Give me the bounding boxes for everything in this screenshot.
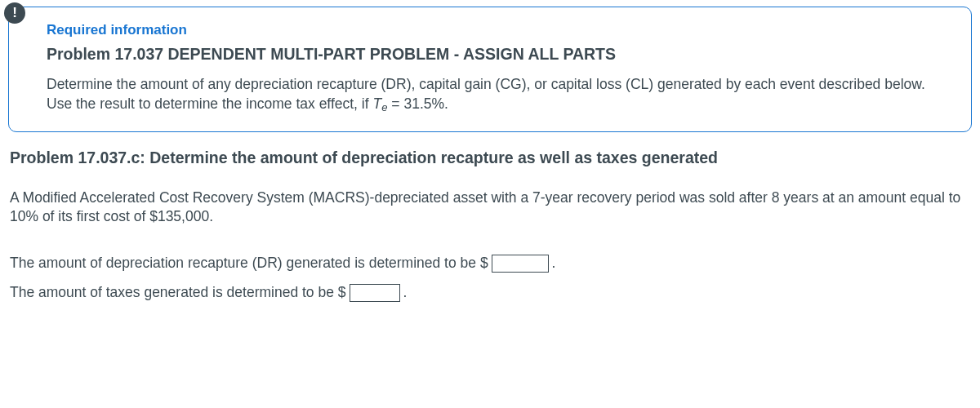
problem-title: Problem 17.037 DEPENDENT MULTI-PART PROB… [47,45,950,64]
alert-icon: ! [4,2,25,24]
problem-desc-pre: Determine the amount of any depreciation… [47,76,925,112]
answer-taxes-post: . [403,284,408,301]
dr-amount-input[interactable] [492,255,549,273]
alert-icon-glyph: ! [12,5,17,21]
subproblem-title: Problem 17.037.c: Determine the amount o… [8,149,972,167]
taxes-amount-input[interactable] [350,284,400,302]
answer-taxes-pre: The amount of taxes generated is determi… [10,284,346,301]
answer-dr-post: . [552,255,556,272]
answer-dr-pre: The amount of depreciation recapture (DR… [10,255,488,272]
answer-line-taxes: The amount of taxes generated is determi… [8,284,972,302]
problem-desc-post: = 31.5%. [387,95,448,112]
problem-description: Determine the amount of any depreciation… [47,75,950,115]
answer-line-dr: The amount of depreciation recapture (DR… [8,255,972,273]
required-information-label: Required information [47,22,950,38]
problem-body-text: A Modified Accelerated Cost Recovery Sys… [8,188,972,227]
required-info-box: ! Required information Problem 17.037 DE… [8,7,972,132]
variable-T: T [372,95,381,112]
